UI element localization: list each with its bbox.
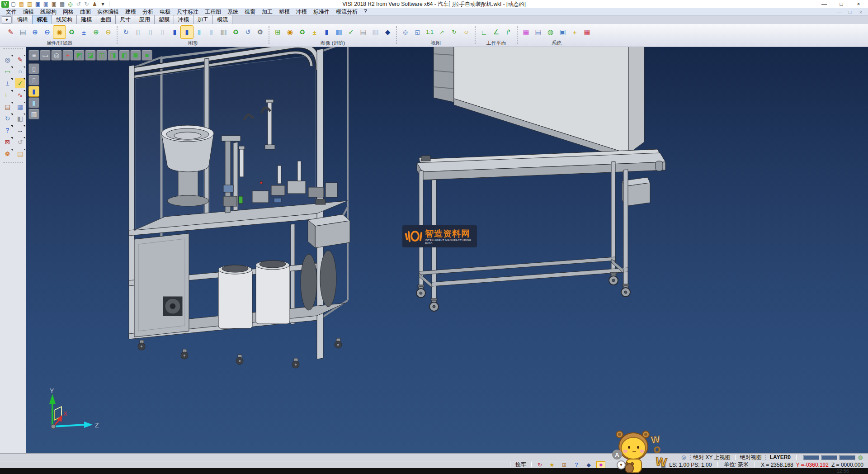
zoom-scale-icon[interactable]: ± [2, 78, 13, 88]
visi-logo[interactable]: V [1, 1, 9, 8]
open-file-icon[interactable]: ▤ [18, 1, 25, 8]
tab-machining[interactable]: 加工 [193, 15, 213, 24]
panel-grid-icon[interactable]: ▦ [15, 101, 25, 112]
panel-grip[interactable] [3, 48, 23, 51]
zoom-fast-icon[interactable]: ◎ [51, 50, 62, 61]
rotate-view-icon[interactable]: ↻ [448, 26, 460, 38]
menu-item[interactable]: 线架构 [37, 8, 60, 16]
redo-icon[interactable]: ↻ [83, 1, 90, 8]
show-all-icon[interactable]: ⊕ [90, 26, 102, 38]
print-preview-icon[interactable]: ◎ [66, 1, 74, 8]
save-icon[interactable]: ▣ [34, 1, 42, 8]
print-icon[interactable]: ▦ [58, 1, 66, 8]
solid-shaded-icon[interactable]: ▮ [321, 26, 333, 38]
view-orientation-label[interactable]: 绝对 XY 上视图 [693, 454, 730, 461]
tab-die[interactable]: 冲模 [174, 15, 193, 24]
view-iso-icon[interactable]: ■ [142, 50, 152, 61]
hatch-view-icon[interactable]: ▥ [217, 26, 230, 38]
filter-traffic-light-icon[interactable]: ◉ [53, 26, 66, 38]
view-back-icon[interactable]: ◫ [96, 50, 107, 61]
solids-add-icon[interactable]: ⊞ [272, 26, 284, 38]
tab-mould[interactable]: 塑膜 [154, 15, 174, 24]
shaded-view-icon[interactable]: ▮ [169, 26, 181, 38]
menu-item[interactable]: 网格 [60, 8, 77, 16]
menu-item[interactable]: ? [361, 8, 370, 16]
snap-mode-icon[interactable]: ◆ [585, 462, 593, 468]
translucent-view-icon[interactable]: ▮ [193, 26, 205, 38]
menu-item[interactable]: 建模 [122, 8, 139, 16]
menu-item[interactable]: 尺寸标注 [174, 8, 202, 16]
image-settings-icon[interactable]: ▤ [532, 26, 544, 38]
save-copy-icon[interactable]: ▣ [50, 1, 58, 8]
tab-dropdown-button[interactable]: ▼ [2, 16, 12, 24]
redraw-icon[interactable]: ↻ [120, 26, 132, 38]
active-layer-label[interactable]: LAYER0 [770, 454, 791, 460]
menu-item[interactable]: 标准件 [310, 8, 333, 16]
solids-traffic-light-icon[interactable]: ◉ [284, 26, 296, 38]
viewport-3d-model[interactable] [26, 47, 868, 453]
select-window-icon[interactable]: ▭ [2, 66, 13, 76]
workplane-edit-icon[interactable]: ∠ [490, 26, 502, 38]
system-options-icon[interactable]: ◍ [544, 26, 557, 38]
auto-regen-icon[interactable]: ↻ [536, 462, 544, 468]
attribute-edit-icon[interactable]: ✎ [5, 26, 17, 38]
macro-icon[interactable]: ♟ [91, 1, 99, 8]
save-as-icon[interactable]: ▣ [42, 1, 50, 8]
menu-item[interactable]: 视窗 [241, 8, 259, 16]
search-icon[interactable]: ◎ [679, 454, 688, 460]
display-translucent-icon[interactable]: ▮ [28, 97, 39, 108]
layer-color-swatch-1[interactable] [803, 455, 819, 460]
insert-file-icon[interactable]: ▥ [26, 1, 33, 8]
validate-solid-icon[interactable]: ✓ [345, 26, 357, 38]
menu-item[interactable]: 冲模 [293, 8, 310, 16]
filter-refresh-icon[interactable]: ♻ [66, 26, 78, 38]
menu-item[interactable]: 模流分析 [333, 8, 361, 16]
quick-more-icon[interactable]: ▾ [99, 1, 107, 8]
flat-view-icon[interactable]: ▮ [205, 26, 217, 38]
show-entity-icon[interactable]: ⊕ [29, 26, 41, 38]
solid-striped-icon[interactable]: ▥ [333, 26, 345, 38]
shaded-edge-view-icon[interactable]: ▮ [181, 26, 193, 38]
window-layout-icon[interactable]: ▣ [557, 26, 569, 38]
wireframe-view-icon[interactable]: ▯ [132, 26, 144, 38]
menu-item[interactable]: 电极 [156, 8, 174, 16]
layer-manager-icon[interactable]: ▤ [2, 101, 13, 112]
context-help-icon[interactable]: ? [572, 462, 580, 468]
wireframe-solid-icon[interactable]: ▥ [369, 26, 382, 38]
tab-modeling[interactable]: 建模 [76, 15, 96, 24]
visibility-toggle-icon[interactable]: ± [78, 26, 90, 38]
render-cube-icon[interactable]: ◆ [382, 26, 394, 38]
menu-item[interactable]: 编辑 [20, 8, 37, 16]
grid-settings-icon[interactable]: ▦ [581, 26, 593, 38]
os-taskbar[interactable]: 12:56 [0, 468, 868, 474]
edit-spline-icon[interactable]: ∿ [15, 90, 25, 100]
navigate-compass-icon[interactable]: ☸ [2, 148, 13, 159]
solid-shade-icon[interactable]: ◧ [15, 113, 25, 123]
zoom-dynamic-icon[interactable]: ◎ [399, 26, 411, 38]
panel-grip[interactable] [3, 162, 23, 165]
rotate-solids-icon[interactable]: ↺ [242, 26, 254, 38]
edit-delete-icon[interactable]: ✎ [15, 54, 25, 65]
graphics-options-icon[interactable]: ⚙ [254, 26, 266, 38]
view-right-icon[interactable]: ◨ [108, 50, 118, 61]
menu-item[interactable]: 系统 [224, 8, 241, 16]
selection-options-icon[interactable]: + [569, 26, 581, 38]
view-top-icon[interactable]: ◩ [74, 50, 85, 61]
solids-toggle-icon[interactable]: ± [308, 26, 321, 38]
triad-toggle-icon[interactable]: + [62, 50, 73, 61]
view-mode-label[interactable]: 绝对视图 [740, 454, 762, 461]
delete-trash-icon[interactable]: ⊠ [2, 137, 13, 147]
workplane-axes-icon[interactable]: ∟ [2, 90, 13, 100]
menu-item[interactable]: 实体编辑 [94, 8, 122, 16]
view-front-icon[interactable]: ◧ [119, 50, 130, 61]
dashed-view-icon[interactable]: ▯ [156, 26, 169, 38]
view-refresh-icon[interactable]: ↻ [2, 113, 13, 123]
view-bottom-icon[interactable]: ◪ [85, 50, 96, 61]
tab-standard[interactable]: 标准 [32, 15, 52, 24]
copy-image-icon[interactable]: ▤ [357, 26, 369, 38]
zoom-view-icon[interactable]: ◎ [2, 54, 13, 65]
hide-entity-icon[interactable]: ⊖ [41, 26, 53, 38]
layer-color-swatch-3[interactable] [839, 455, 855, 460]
tab-dimension[interactable]: 尺寸 [115, 15, 135, 24]
viewport-3d[interactable]: ≡▭◎+◩◪◫◨◧▣■ ▯▯▮▮▥ Y Z X [26, 47, 868, 453]
